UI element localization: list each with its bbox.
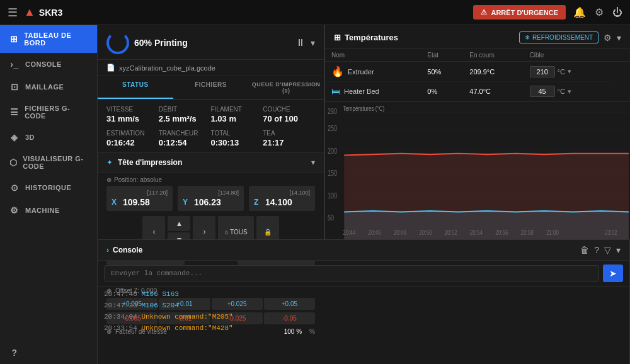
console-prompt-icon: ›	[106, 246, 109, 254]
temp-title: ⊞ Températures	[334, 33, 514, 42]
axes-row: [117.20] X 109.58 [124.80] Y 106.23	[98, 186, 324, 216]
sidebar-item-help[interactable]: ?	[0, 341, 97, 364]
sidebar-label-historique: HISTORIQUE	[25, 184, 71, 191]
notification-icon[interactable]: 🔔	[573, 6, 586, 18]
jog-y-up[interactable]: ▲	[168, 216, 190, 231]
printhead-icon: ✦	[106, 158, 113, 167]
temperature-table: Nom Etat En cours Cible 🔥	[325, 49, 630, 101]
sidebar-item-console[interactable]: ›_ CONSOLE	[0, 53, 97, 76]
temp-chart-svg: 280 250 200 150 100 50 Températures (°C)	[325, 102, 630, 239]
stat-debit: Débit 2.5 mm²/s	[159, 106, 211, 123]
stat-total: Total 0:30:13	[211, 130, 263, 147]
bed-cible: °C ▾	[530, 86, 604, 97]
power-icon[interactable]: ⏻	[612, 7, 622, 18]
axis-z: [14.100] Z 14.100	[249, 186, 315, 211]
print-stats-row1: Vitesse 31 mm/s Débit 2.5 mm²/s Filament…	[98, 100, 324, 127]
print-panel: 60% Printing ⏸ ▾ 📄 xyzCalibration_cube_p…	[98, 25, 324, 239]
sidebar-label-fichiers: FICHIERS G-CODE	[25, 105, 88, 120]
extruder-unit: °C	[558, 68, 565, 76]
console-expand-button[interactable]: ▾	[616, 245, 621, 255]
menu-icon[interactable]: ☰	[8, 6, 18, 20]
tab-fichiers[interactable]: FICHIERS	[173, 76, 249, 99]
axis-y-value: 106.23	[194, 197, 221, 207]
bed-en-cours: 47.0°C	[463, 82, 523, 101]
console-send-button[interactable]: ➤	[603, 264, 623, 282]
sidebar-items: ⊞ TABLEAU DE BORD ›_ CONSOLE ⊡ MAILLAGE …	[0, 25, 97, 222]
console-action-buttons: 🗑 ? ▽ ▾	[580, 245, 621, 255]
axis-x-target: [117.20]	[112, 190, 168, 196]
print-header: 60% Printing ⏸ ▾	[98, 25, 324, 60]
svg-text:23:02: 23:02	[605, 229, 617, 237]
print-filename: xyzCalibration_cube_pla.gcode	[119, 64, 215, 72]
console-panel: › Console 🗑 ? ▽ ▾ ➤ 20:47:	[98, 240, 630, 364]
temp-header: ⊞ Températures ❄ REFROIDISSEMENT ⚙ ▾	[325, 25, 630, 49]
console-input[interactable]	[104, 265, 599, 282]
sidebar-item-maillage[interactable]: ⊡ MAILLAGE	[0, 76, 97, 98]
print-expand-button[interactable]: ▾	[311, 38, 315, 48]
svg-marker-14	[344, 211, 629, 239]
sidebar-item-historique[interactable]: ⊙ HISTORIQUE	[0, 176, 97, 199]
col-en-cours: En cours	[463, 49, 523, 62]
temp-settings-icon[interactable]: ⚙	[604, 33, 612, 43]
printhead-header: ✦ Tête d'impression ▾	[98, 153, 324, 173]
file-icon: 📄	[106, 64, 115, 72]
files-icon: ☰	[9, 107, 20, 117]
progress-circle	[106, 31, 129, 54]
extruder-icon: 🔥	[331, 65, 344, 77]
sidebar-item-visualiseur[interactable]: ⬡ VISUALISEUR G-CODE	[0, 149, 97, 176]
console-help-button[interactable]: ?	[594, 245, 599, 255]
bed-unit: °C	[558, 88, 565, 95]
console-clear-button[interactable]: 🗑	[580, 245, 589, 255]
col-cible: Cible	[524, 49, 610, 62]
print-tabs: STATUS FICHIERS QUEUE D'IMPRESSION (0)	[98, 76, 324, 100]
stat-trancheur: Trancheur 0:12:54	[159, 130, 211, 147]
log-entry-2: 20:47:33 M106 S204	[104, 302, 623, 309]
svg-text:20:46: 20:46	[369, 229, 381, 237]
extruder-name: 🔥 Extruder	[331, 65, 415, 77]
machine-icon: ⚙	[9, 205, 20, 215]
printhead-title: Tête d'impression	[118, 158, 306, 167]
svg-text:150: 150	[328, 169, 337, 178]
position-icon: ⊕	[106, 176, 112, 183]
extruder-expand-icon[interactable]: ▾	[568, 67, 571, 76]
sidebar-item-tableau-de-bord[interactable]: ⊞ TABLEAU DE BORD	[0, 25, 97, 53]
temp-icon: ⊞	[334, 33, 341, 42]
console-filter-button[interactable]: ▽	[604, 245, 611, 255]
svg-text:20:58: 20:58	[521, 229, 534, 237]
tab-queue[interactable]: QUEUE D'IMPRESSION (0)	[248, 76, 324, 99]
sidebar-label-console: CONSOLE	[25, 60, 62, 68]
svg-text:Températures (°C): Températures (°C)	[343, 104, 384, 112]
sidebar-bottom: ?	[0, 341, 97, 364]
sidebar-label-tableau: TABLEAU DE BORD	[24, 31, 88, 47]
app-title: SKR3	[39, 8, 474, 18]
bed-target-input[interactable]	[530, 86, 555, 97]
sidebar-item-3d[interactable]: ◈ 3D	[0, 126, 97, 149]
emergency-label: ARRÊT D'URGENCE	[491, 9, 558, 16]
temp-expand-icon[interactable]: ▾	[617, 33, 621, 43]
topbar-icons: 🔔 ⚙ ⏻	[573, 6, 622, 18]
print-filename-row: 📄 xyzCalibration_cube_pla.gcode	[98, 60, 324, 76]
sidebar-item-fichiers-gcode[interactable]: ☰ FICHIERS G-CODE	[0, 98, 97, 126]
main-content: 60% Printing ⏸ ▾ 📄 xyzCalibration_cube_p…	[98, 25, 630, 364]
mesh-icon: ⊡	[9, 82, 20, 92]
main-bottom-row: › Console 🗑 ? ▽ ▾ ➤ 20:47:	[98, 239, 630, 364]
tab-status[interactable]: STATUS	[98, 76, 173, 99]
stat-estimation: Estimation 0:16:42	[106, 130, 159, 147]
bed-icon: 🛏	[331, 86, 340, 96]
emergency-button[interactable]: ⚠ ARRÊT D'URGENCE	[473, 5, 566, 20]
extruder-target-input[interactable]	[530, 66, 555, 77]
cooling-label: REFROIDISSEMENT	[532, 34, 593, 41]
cooling-button[interactable]: ❄ REFROIDISSEMENT	[519, 31, 598, 43]
pause-button[interactable]: ⏸	[295, 37, 306, 48]
log-entry-1: 20:47:46 M106 S163	[104, 290, 623, 298]
extruder-etat: 50%	[421, 62, 463, 82]
sidebar-label-3d: 3D	[25, 134, 35, 141]
printhead-expand-icon[interactable]: ▾	[311, 158, 315, 167]
sidebar: ⊞ TABLEAU DE BORD ›_ CONSOLE ⊡ MAILLAGE …	[0, 25, 98, 364]
settings-icon[interactable]: ⚙	[595, 6, 604, 18]
extruder-cible: °C ▾	[530, 66, 604, 77]
svg-text:20:44: 20:44	[343, 229, 356, 237]
bed-expand-icon[interactable]: ▾	[568, 88, 571, 96]
col-nom: Nom	[325, 49, 421, 62]
sidebar-item-machine[interactable]: ⚙ MACHINE	[0, 199, 97, 222]
